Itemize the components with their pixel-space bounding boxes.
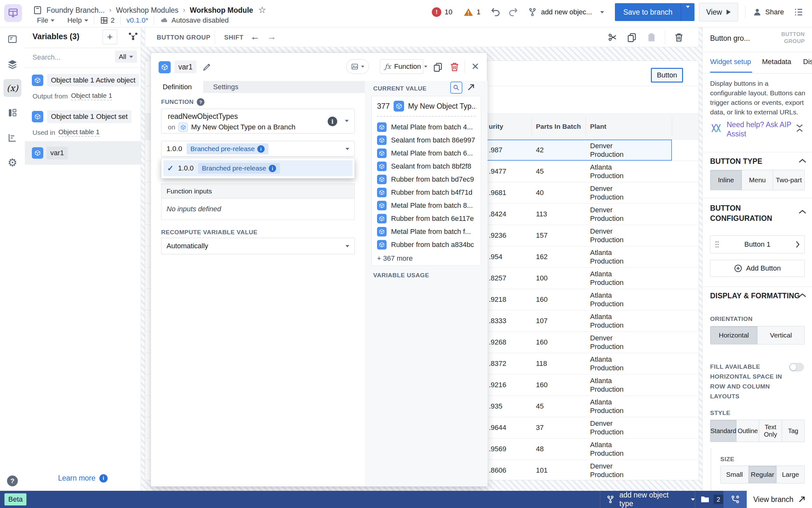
help-icon[interactable]: ? [197,98,204,106]
breadcrumb-item[interactable]: Foundry Branch... [46,6,105,15]
shift-left-icon[interactable]: ← [250,31,260,42]
save-options-caret[interactable] [681,8,695,16]
option-standard[interactable]: Standard [710,420,736,442]
object-link[interactable]: Metal Plate from batch 8... [377,199,478,212]
branch-files-button[interactable]: 2 [695,491,723,508]
option-menu[interactable]: Menu [742,170,773,190]
column-header-plant[interactable]: Plant [590,123,606,130]
chart-tree-icon[interactable] [7,133,17,143]
redo-icon[interactable] [508,7,519,17]
info-icon[interactable]: i [328,117,337,126]
object-link[interactable]: Metal Plate from batch 4... [377,121,478,133]
display-mode-dropdown[interactable] [346,59,369,74]
chevron-up-icon[interactable] [799,158,806,163]
object-link[interactable]: Sealant from batch 86e997 [377,133,478,146]
layout-columns-icon[interactable] [7,108,17,118]
option-tag[interactable]: Tag [782,420,804,442]
column-separator[interactable] [531,117,532,136]
module-count[interactable]: 2 [100,16,115,25]
search-input[interactable]: Search... [33,53,60,61]
settings-gear-icon[interactable]: ⚙ [8,157,17,168]
fill-space-toggle[interactable] [789,363,804,371]
function-version-select[interactable]: 1.0.0 Branched pre-releasei [161,141,355,157]
delete-widget-icon[interactable] [674,32,684,42]
close-icon[interactable]: ✕ [471,60,479,73]
copy-icon[interactable] [627,32,637,42]
drag-handle-icon[interactable] [715,241,719,248]
learn-more-link[interactable]: Learn more i [25,474,141,482]
object-link[interactable]: Sealant from batch 8bf2f8 [377,160,478,173]
option-vertical[interactable]: Vertical [758,326,804,344]
save-to-branch-button[interactable]: Save to branch [615,3,695,21]
duplicate-variable-icon[interactable] [433,62,443,72]
add-new-object-dropdown[interactable]: add new objec... [528,7,604,17]
edit-pencil-icon[interactable] [202,62,212,71]
recompute-select[interactable]: Automatically [161,238,355,254]
object-link[interactable]: Metal Plate from batch 6... [377,146,478,160]
branch-indicator-button[interactable] [723,491,747,508]
menu-help[interactable]: Help [67,16,88,25]
option-horizontal[interactable]: Horizontal [710,326,758,344]
button-type-section-header[interactable]: BUTTON TYPE [710,157,762,166]
view-branch-button[interactable]: View branch [747,491,812,508]
variable-relation-link[interactable]: Object table 1 [58,128,100,137]
filter-variables-icon[interactable] [127,31,139,42]
shift-right-icon[interactable]: → [267,31,276,42]
option-large[interactable]: Large [777,466,804,483]
add-button-button[interactable]: Add Button [710,260,805,277]
widgets-panel-icon[interactable] [7,34,17,44]
button-config-section-header[interactable]: BUTTON CONFIGURATION [710,203,783,223]
variable-type-dropdown[interactable]: ƒx Function [380,59,423,74]
function-selector[interactable]: readNewObjectTypes on My New Object Type… [161,109,355,133]
column-header-purity[interactable]: urity [489,123,504,130]
warning-indicator[interactable]: 1 [463,8,480,16]
error-indicator[interactable]: ! 10 [432,7,452,17]
option-small[interactable]: Small [721,466,749,483]
display-formatting-section-header[interactable]: DISPLAY & FORMATTING [710,292,800,300]
menu-file[interactable]: File [37,16,54,25]
variable-list-item-selected[interactable]: var1 [25,141,141,165]
tab-widget-setup[interactable]: Widget setup [710,58,751,66]
object-link[interactable]: Rubber from batch a834bc [377,238,478,251]
object-link[interactable]: Rubber from batch 6e117e [377,212,478,225]
info-icon[interactable]: i [257,145,265,153]
breadcrumb-item[interactable]: Workshop Modules [116,6,178,15]
tab-display[interactable]: Dis [803,58,812,66]
object-link[interactable]: Rubber from batch b4f71d [377,186,478,199]
tab-metadata[interactable]: Metadata [762,58,791,66]
button-widget[interactable]: Button [651,68,683,83]
favorite-star-icon[interactable]: ☆ [258,6,266,15]
delete-variable-icon[interactable] [449,61,460,72]
object-link[interactable]: Metal Plate from batch f... [377,225,478,238]
option-outline[interactable]: Outline [736,420,759,442]
column-header-parts[interactable]: Parts In Batch [536,123,581,130]
more-objects-link[interactable]: + 367 more [377,254,413,263]
option-two-part[interactable]: Two-part [773,170,804,190]
layers-icon[interactable] [7,59,18,70]
option-regular[interactable]: Regular [749,466,777,483]
aip-assist-link[interactable]: Need help? Ask AIP Assist [727,120,794,139]
button1-config-card[interactable]: Button 1 [710,236,805,253]
chevron-up-icon[interactable] [799,209,806,214]
chevron-up-icon[interactable] [799,293,806,297]
tab-settings[interactable]: Settings [203,81,248,93]
version-link[interactable]: v0.1.0* [127,16,148,25]
undo-icon[interactable] [490,7,501,17]
variable-list-item[interactable]: Object table 1 Active object [32,74,139,87]
variable-filter-all-dropdown[interactable]: All [115,51,137,63]
search-values-button[interactable] [450,82,462,94]
version-menu-item-selected[interactable]: ✓ 1.0.0 Branched pre-releasei [163,160,352,176]
add-variable-button[interactable]: + [102,30,117,44]
tab-definition[interactable]: Definition [151,81,204,93]
column-separator[interactable] [672,117,672,136]
object-link[interactable]: Rubber from batch bd7ec9 [377,173,478,186]
cut-icon[interactable] [608,32,618,42]
collapse-icon[interactable] [796,124,804,133]
info-icon[interactable]: i [269,165,276,172]
variable-list-item[interactable]: Object table 1 Object set [32,110,132,123]
share-button[interactable]: Share [753,7,784,17]
variable-relation-link[interactable]: Object table 1 [71,92,112,100]
open-in-new-icon[interactable] [467,83,475,91]
option-text-only[interactable]: Text Only [759,420,782,442]
view-button[interactable]: View [699,3,738,22]
